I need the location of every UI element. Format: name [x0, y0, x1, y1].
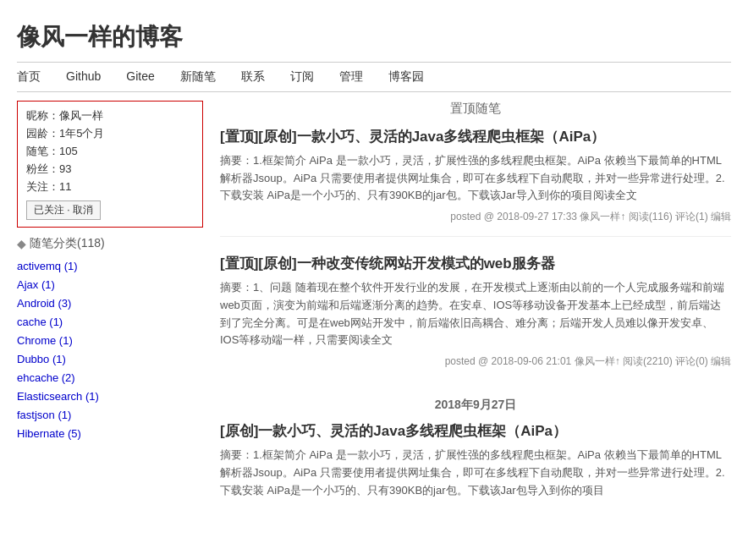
category-link[interactable]: Android (3) — [17, 297, 71, 310]
post-title-link[interactable]: [原创]一款小巧、灵活的Java多线程爬虫框架（AiPa） — [220, 423, 567, 439]
post-title-link[interactable]: [置顶][原创]一种改变传统网站开发模式的web服务器 — [220, 255, 555, 272]
post-summary: 摘要：1.框架简介 AiPa 是一款小巧，灵活，扩展性强的多线程爬虫框架。AiP… — [220, 447, 731, 499]
category-link[interactable]: Elasticsearch (1) — [17, 390, 99, 403]
list-item: fastjson (1) — [17, 405, 203, 424]
category-link[interactable]: activemq (1) — [17, 260, 78, 272]
category-link[interactable]: fastjson (1) — [17, 409, 71, 421]
list-item: ehcache (2) — [17, 368, 203, 387]
post-title: [置顶][原创]一种改变传统网站开发模式的web服务器 — [220, 254, 731, 274]
fans-row: 粉丝：93 — [26, 162, 194, 177]
list-item: Chrome (1) — [17, 331, 203, 349]
tenure-label: 园龄： — [26, 127, 59, 140]
category-link[interactable]: cache (1) — [17, 316, 63, 328]
following-label: 关注： — [26, 180, 59, 193]
tenure-value: 1年5个月 — [59, 127, 104, 140]
category-link[interactable]: ehcache (2) — [17, 371, 75, 384]
nav-bar: 首页GithubGitee新随笔联系订阅管理博客园 — [17, 62, 731, 92]
post-item: [置顶][原创]一款小巧、灵活的Java多线程爬虫框架（AiPa）摘要：1.框架… — [220, 127, 731, 237]
post-item: [置顶][原创]一种改变传统网站开发模式的web服务器摘要：1、问题 随着现在整… — [220, 254, 731, 381]
content-layout: 昵称：像风一样 园龄：1年5个月 随笔：105 粉丝：93 关注：11 已关注 … — [17, 101, 731, 533]
posts-row: 随笔：105 — [26, 144, 194, 159]
list-item: activemq (1) — [17, 256, 203, 275]
tenure-row: 园龄：1年5个月 — [26, 126, 194, 141]
category-link[interactable]: Hibernate (5) — [17, 427, 81, 440]
nickname-label: 昵称： — [26, 109, 59, 122]
post-title-link[interactable]: [置顶][原创]一款小巧、灵活的Java多线程爬虫框架（AiPa） — [220, 129, 605, 145]
nav-item-联系[interactable]: 联系 — [241, 69, 265, 83]
pinned-posts-container: [置顶][原创]一款小巧、灵活的Java多线程爬虫框架（AiPa）摘要：1.框架… — [220, 127, 731, 381]
category-list: activemq (1)Ajax (1)Android (3)cache (1)… — [17, 256, 203, 442]
follow-button[interactable]: 已关注 · 取消 — [26, 200, 101, 220]
nav-item-新随笔[interactable]: 新随笔 — [180, 69, 216, 83]
category-title: ◆ 随笔分类(118) — [17, 236, 203, 251]
list-item: Elasticsearch (1) — [17, 387, 203, 405]
category-link[interactable]: Ajax (1) — [17, 278, 55, 291]
nav-item-Github[interactable]: Github — [66, 69, 101, 83]
list-item: Dubbo (1) — [17, 349, 203, 368]
nav-item-博客园[interactable]: 博客园 — [388, 69, 424, 83]
post-summary: 摘要：1.框架简介 AiPa 是一款小巧，灵活，扩展性强的多线程爬虫框架。AiP… — [220, 152, 731, 205]
category-link[interactable]: Chrome (1) — [17, 334, 73, 347]
user-card: 昵称：像风一样 园龄：1年5个月 随笔：105 粉丝：93 关注：11 已关注 … — [17, 101, 203, 228]
list-item: Hibernate (5) — [17, 424, 203, 442]
fans-value: 93 — [59, 162, 71, 175]
date-posts-container: [原创]一款小巧、灵活的Java多线程爬虫框架（AiPa）摘要：1.框架简介 A… — [220, 421, 731, 516]
nav-item-Gitee[interactable]: Gitee — [126, 69, 154, 83]
post-title: [置顶][原创]一款小巧、灵活的Java多线程爬虫框架（AiPa） — [220, 127, 731, 147]
pinned-title: 置顶随笔 — [220, 101, 731, 117]
list-item: cache (1) — [17, 312, 203, 331]
nav-item-首页[interactable]: 首页 — [17, 69, 41, 83]
site-title: 像风一样的博客 — [17, 8, 731, 62]
posts-label: 随笔： — [26, 145, 59, 157]
main-content: 置顶随笔 [置顶][原创]一款小巧、灵活的Java多线程爬虫框架（AiPa）摘要… — [220, 101, 731, 533]
posts-value: 105 — [59, 145, 78, 157]
nav-item-订阅[interactable]: 订阅 — [290, 69, 314, 83]
post-meta: posted @ 2018-09-27 17:33 像风一样↑ 阅读(116) … — [220, 210, 731, 224]
post-meta: posted @ 2018-09-06 21:01 像风一样↑ 阅读(2210)… — [220, 354, 731, 369]
nav-item-管理[interactable]: 管理 — [339, 69, 363, 83]
date-separator: 2018年9月27日 — [220, 398, 731, 413]
fans-label: 粉丝： — [26, 162, 59, 175]
nickname-value: 像风一样 — [59, 109, 103, 122]
post-item: [原创]一款小巧、灵活的Java多线程爬虫框架（AiPa）摘要：1.框架简介 A… — [220, 421, 731, 516]
category-title-text: 随笔分类(118) — [30, 236, 105, 251]
following-row: 关注：11 — [26, 179, 194, 195]
sidebar: 昵称：像风一样 园龄：1年5个月 随笔：105 粉丝：93 关注：11 已关注 … — [17, 101, 203, 533]
post-title: [原创]一款小巧、灵活的Java多线程爬虫框架（AiPa） — [220, 421, 731, 442]
nickname-row: 昵称：像风一样 — [26, 108, 194, 124]
following-value: 11 — [59, 180, 71, 193]
list-item: Ajax (1) — [17, 275, 203, 294]
post-summary: 摘要：1、问题 随着现在整个软件开发行业的发展，在开发模式上逐渐由以前的一个人完… — [220, 279, 731, 349]
category-link[interactable]: Dubbo (1) — [17, 353, 66, 365]
tag-icon: ◆ — [17, 237, 26, 250]
list-item: Android (3) — [17, 294, 203, 312]
